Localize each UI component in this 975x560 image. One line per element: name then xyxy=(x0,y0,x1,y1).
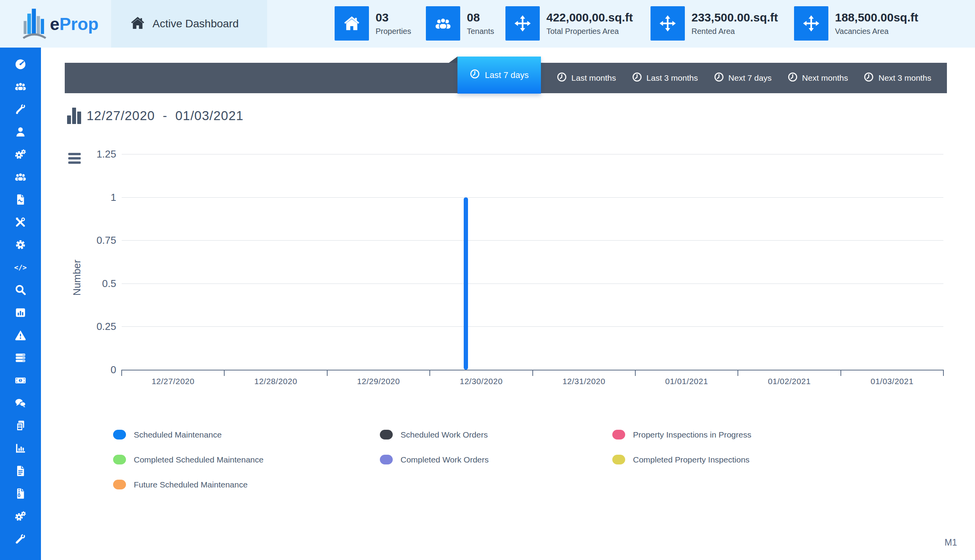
gridline xyxy=(122,240,943,241)
tab-label: Last 7 days xyxy=(485,70,529,80)
stat-value: 233,500.00.sq.ft xyxy=(691,11,778,24)
legend-item-future-scheduled-maintenance[interactable]: Future Scheduled Maintenance xyxy=(113,480,264,489)
legend-label: Completed Work Orders xyxy=(401,455,489,464)
watermark-label: M1 xyxy=(945,537,957,548)
x-tick-label: 12/29/2020 xyxy=(327,377,430,386)
gridline xyxy=(122,284,943,284)
stat-text: 233,500.00.sq.ft Rented Area xyxy=(691,11,778,36)
clock-icon xyxy=(863,72,874,84)
sidebar-item-users-icon[interactable] xyxy=(14,80,27,93)
stat-card-tenants[interactable]: 08 Tenants xyxy=(426,6,494,41)
y-tick-label: 0 xyxy=(58,363,116,376)
x-tick-mark xyxy=(840,370,841,376)
x-tick-label: 01/03/2021 xyxy=(841,377,943,386)
tab-label: Last 3 months xyxy=(647,73,698,83)
sidebar-item-cogs-icon[interactable] xyxy=(14,510,27,523)
sidebar-item-server-icon[interactable] xyxy=(14,351,27,364)
sidebar-item-file-zipper-icon[interactable] xyxy=(14,487,27,500)
stat-label: Tenants xyxy=(467,27,494,36)
sidebar-item-warning-icon[interactable] xyxy=(14,329,27,342)
tab-label: Last months xyxy=(571,73,616,83)
clock-icon xyxy=(557,72,567,84)
x-tick-mark xyxy=(429,370,430,376)
stat-value: 03 xyxy=(376,11,411,24)
legend-label: Future Scheduled Maintenance xyxy=(134,480,248,489)
sidebar-item-users-icon[interactable] xyxy=(14,170,27,183)
move-icon xyxy=(651,6,685,41)
sidebar-item-code-icon[interactable]: </> xyxy=(14,261,27,274)
stat-card-total-properties-area[interactable]: 422,000,00.sq.ft Total Properties Area xyxy=(505,6,633,41)
sidebar-item-wrench-user-icon[interactable] xyxy=(14,103,27,115)
stat-card-rented-area[interactable]: 233,500.00.sq.ft Rented Area xyxy=(651,6,778,41)
x-tick-mark xyxy=(635,370,636,376)
tab-next-7-days[interactable]: Next 7 days xyxy=(714,72,772,84)
legend-swatch xyxy=(380,455,393,464)
filter-tabs: Last months Last 3 months Next 7 days Ne… xyxy=(541,63,947,93)
sidebar-item-screwdriver-wrench-icon[interactable] xyxy=(14,216,27,229)
stat-label: Properties xyxy=(376,27,411,36)
x-tick-label: 12/30/2020 xyxy=(430,377,532,386)
sidebar-item-chart-axis-icon[interactable] xyxy=(14,442,27,455)
y-tick-label: 0.25 xyxy=(58,320,116,333)
legend-item-property-inspections-in-progress[interactable]: Property Inspections in Progress xyxy=(612,430,751,439)
legend-item-scheduled-work-orders[interactable]: Scheduled Work Orders xyxy=(380,430,489,439)
legend-item-completed-property-inspections[interactable]: Completed Property Inspections xyxy=(612,455,751,464)
sidebar-item-gear-icon[interactable] xyxy=(14,238,27,251)
move-icon xyxy=(794,6,828,41)
top-header: eProp Active Dashboard 03 Properties 08 … xyxy=(0,0,975,48)
sidebar-item-gauge-icon[interactable] xyxy=(14,57,27,70)
sidebar-item-search-icon[interactable] xyxy=(14,284,27,296)
legend-item-completed-scheduled-maintenance[interactable]: Completed Scheduled Maintenance xyxy=(113,455,264,464)
legend-swatch xyxy=(612,455,625,464)
stat-text: 08 Tenants xyxy=(467,11,494,36)
tab-next-3-months[interactable]: Next 3 months xyxy=(863,72,931,84)
bar-chart-icon xyxy=(67,105,81,124)
tab-last-7-days[interactable]: Last 7 days xyxy=(457,57,541,94)
stat-label: Vacancies Area xyxy=(835,27,918,36)
tab-last-3-months[interactable]: Last 3 months xyxy=(632,72,698,84)
chart-bar-scheduled-maintenance[interactable] xyxy=(464,197,468,370)
stat-text: 422,000,00.sq.ft Total Properties Area xyxy=(546,11,633,36)
active-tab-notch xyxy=(449,57,457,63)
stat-card-properties[interactable]: 03 Properties xyxy=(335,6,411,41)
svg-text:1: 1 xyxy=(20,379,21,382)
stat-value: 08 xyxy=(467,11,494,24)
legend-label: Scheduled Work Orders xyxy=(401,430,488,439)
x-tick-mark xyxy=(532,370,533,376)
y-tick-label: 1 xyxy=(58,191,116,204)
stat-card-vacancies-area[interactable]: 188,500.00sq.ft Vacancies Area xyxy=(794,6,918,41)
legend-item-scheduled-maintenance[interactable]: Scheduled Maintenance xyxy=(113,430,264,439)
x-tick-label: 12/31/2020 xyxy=(533,377,635,386)
gridline xyxy=(122,326,943,327)
sidebar-item-file-lines-icon[interactable] xyxy=(14,464,27,477)
legend-swatch xyxy=(113,455,126,464)
tab-label: Next 7 days xyxy=(729,73,772,83)
legend-item-completed-work-orders[interactable]: Completed Work Orders xyxy=(380,455,489,464)
x-tick-mark xyxy=(327,370,328,376)
stat-text: 03 Properties xyxy=(376,11,411,36)
tab-next-months[interactable]: Next months xyxy=(787,72,848,84)
tab-last-months[interactable]: Last months xyxy=(557,72,616,84)
x-tick-label: 01/01/2021 xyxy=(635,377,738,386)
sidebar-item-chart-square-icon[interactable] xyxy=(14,306,27,319)
chart-title-row: 12/27/2020 - 01/03/2021 xyxy=(67,105,244,124)
sidebar-item-user-icon[interactable] xyxy=(14,125,27,138)
legend-column: Scheduled Maintenance Completed Schedule… xyxy=(113,430,264,489)
gridline xyxy=(122,197,943,198)
legend-column: Scheduled Work Orders Completed Work Ord… xyxy=(380,430,489,464)
y-tick-label: 1.25 xyxy=(58,148,116,160)
legend-swatch xyxy=(113,480,126,489)
legend-column: Property Inspections in Progress Complet… xyxy=(612,430,751,464)
tab-label: Next 3 months xyxy=(878,73,931,83)
sidebar-item-file-pdf-icon[interactable] xyxy=(14,193,27,206)
legend-label: Completed Property Inspections xyxy=(633,455,750,464)
sidebar-item-comments-icon[interactable] xyxy=(14,397,27,409)
x-tick-mark xyxy=(121,370,122,376)
sidebar-item-money-icon[interactable]: 1 xyxy=(14,374,27,387)
chart-plot-area xyxy=(122,154,943,370)
sidebar-item-cogs-icon[interactable] xyxy=(14,148,27,161)
sidebar-item-file-copy-icon[interactable] xyxy=(14,419,27,432)
sidebar-item-wrench-icon[interactable] xyxy=(14,532,27,545)
legend-label: Completed Scheduled Maintenance xyxy=(134,455,264,464)
time-filter-bar: Last 7 days Last months Last 3 months Ne… xyxy=(65,63,947,93)
